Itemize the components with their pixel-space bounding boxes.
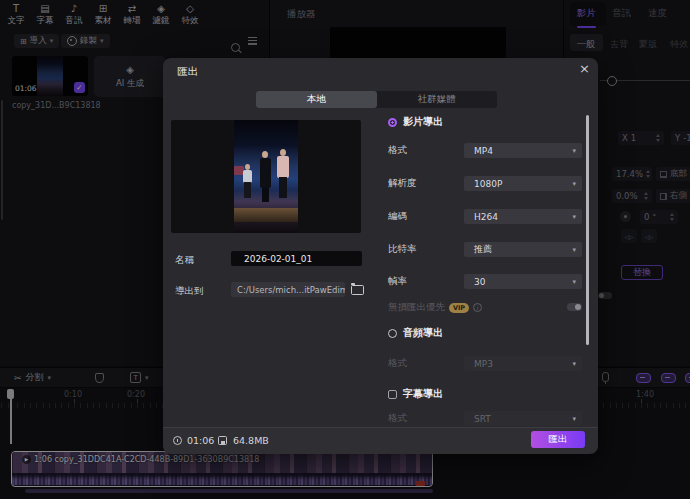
export-button[interactable]: 匯出 [531, 431, 585, 448]
lossless-toggle[interactable] [567, 303, 582, 311]
audio-format-row: 格式 MP3 ▾ [388, 356, 584, 371]
app-window: T 文字 ▤ 字幕 ♪ 音訊 ⊞ 素材 ⇄ 轉場 ◈ 濾鏡 [0, 0, 690, 499]
export-preview-box [171, 120, 361, 233]
radio-selected-icon [388, 118, 397, 127]
encoder-select[interactable]: H264 ▾ [464, 209, 582, 224]
chevron-down-icon: ▾ [572, 246, 576, 254]
name-input[interactable]: 2026-02-01_01 [231, 251, 362, 266]
radio-unselected-icon [388, 329, 397, 338]
path-label: 導出到 [175, 285, 204, 298]
encoder-row: 編碼 H264 ▾ [388, 209, 584, 224]
format-row: 格式 MP4 ▾ [388, 143, 584, 158]
tab-social-media[interactable]: 社群媒體 [377, 91, 498, 108]
folder-icon [351, 285, 364, 295]
subtitle-export-checkbox-row[interactable]: 字幕導出 [388, 387, 443, 401]
checkbox-icon [388, 390, 397, 399]
save-disk-icon [218, 436, 227, 445]
framerate-row: 幀率 30 ▾ [388, 274, 584, 289]
chevron-down-icon: ▾ [572, 415, 576, 423]
bitrate-select[interactable]: 推薦 ▾ [464, 242, 582, 257]
resolution-row: 解析度 1080P ▾ [388, 176, 584, 191]
name-label: 名稱 [175, 254, 194, 267]
audio-format-select[interactable]: MP3 ▾ [464, 356, 582, 371]
tab-local[interactable]: 本地 [256, 91, 377, 108]
audio-export-radio-row[interactable]: 音頻導出 [388, 326, 443, 340]
export-tabs: 本地 社群媒體 [256, 91, 497, 108]
info-icon[interactable]: i [473, 303, 482, 312]
export-path-input[interactable]: C:/Users/mich...itPawEdimakor [231, 282, 345, 297]
vip-badge: VIP [449, 303, 469, 313]
dialog-scrollbar[interactable] [586, 115, 589, 345]
chevron-down-icon: ▾ [572, 278, 576, 286]
chevron-down-icon: ▾ [572, 360, 576, 368]
resolution-select[interactable]: 1080P ▾ [464, 176, 582, 191]
framerate-select[interactable]: 30 ▾ [464, 274, 582, 289]
browse-folder-button[interactable] [349, 282, 366, 297]
format-select[interactable]: MP4 ▾ [464, 143, 582, 158]
lossless-label: 無損匯出優先 [388, 301, 445, 314]
lossless-row: 無損匯出優先 VIP i [388, 301, 482, 314]
export-duration: 01:06 [187, 435, 214, 446]
close-icon[interactable]: × [579, 61, 590, 76]
chevron-down-icon: ▾ [572, 147, 576, 155]
chevron-down-icon: ▾ [572, 180, 576, 188]
export-filesize: 64.8MB [233, 435, 269, 446]
chevron-down-icon: ▾ [572, 213, 576, 221]
subtitle-format-row: 格式 SRT ▾ [388, 411, 584, 426]
subtitle-format-select[interactable]: SRT ▾ [464, 411, 582, 426]
preview-video-thumbnail [234, 120, 298, 233]
clock-icon [173, 436, 182, 445]
export-dialog: 匯出 × 本地 社群媒體 名稱 2026-02 [163, 58, 598, 453]
video-export-radio-row[interactable]: 影片導出 [388, 115, 443, 129]
dialog-title: 匯出 [177, 65, 198, 79]
bitrate-row: 比特率 推薦 ▾ [388, 242, 584, 257]
